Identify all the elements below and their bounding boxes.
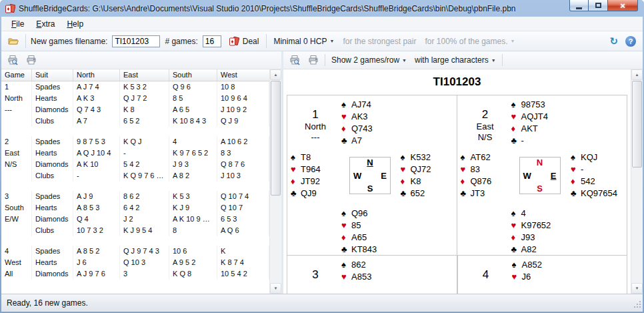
print-preview-button[interactable] — [287, 53, 302, 67]
column-header-south[interactable]: South — [169, 69, 217, 81]
print-button[interactable] — [24, 53, 39, 67]
refresh-button[interactable]: ↻ — [609, 36, 618, 46]
filename-input[interactable] — [112, 35, 160, 47]
menu-extra[interactable]: Extra — [30, 18, 61, 30]
table-cell: East — [1, 147, 32, 159]
scrollbar-track[interactable] — [270, 80, 281, 283]
scrollbar-thumb[interactable] — [271, 81, 281, 196]
column-header-suit[interactable]: Suit — [32, 69, 73, 81]
east-hand: ♠KQJ ♥- ♦542 ♣KQ97654 — [571, 151, 627, 200]
heart-suit-icon: ♥ — [341, 111, 351, 123]
table-cell: K 8 7 4 — [217, 257, 269, 268]
diamond-cards: A65 — [351, 232, 367, 242]
table-scrollbar[interactable]: ▲ ▼ — [269, 69, 281, 294]
table-row[interactable]: E/WDiamondsQ 4J 2A K 10 9 …6 5 3 — [1, 214, 269, 225]
table-row[interactable]: Clubs10 7 3 2K J 9 5 48A Q 6 — [1, 225, 269, 236]
table-cell: A 9 5 2 — [169, 257, 217, 268]
large-characters-dropdown[interactable]: with large characters ▼ — [413, 53, 498, 67]
table-row[interactable]: ---DiamondsQ 7 4 3K 8A 6 5J 10 9 2 — [1, 104, 269, 115]
table-row[interactable]: N/SDiamondsA K 105 4 2J 9 3Q 8 7 6 — [1, 159, 269, 170]
column-header-game[interactable]: Game — [1, 69, 32, 81]
table-cell: West — [1, 257, 32, 268]
menu-bar: File Extra Help — [1, 17, 643, 31]
diamond-cards: Q876 — [471, 176, 492, 186]
compass-south: S — [367, 184, 373, 194]
column-header-west[interactable]: West — [217, 69, 269, 81]
table-cell: Hearts — [32, 202, 73, 214]
scroll-down-icon[interactable]: ▼ — [270, 283, 281, 294]
table-row[interactable]: 4SpadesA 8 5 2Q J 9 7 4 310 6K — [1, 246, 269, 257]
help-button[interactable]: ? — [625, 36, 636, 47]
print-button[interactable] — [306, 53, 321, 67]
games-count-input[interactable] — [203, 35, 221, 47]
scroll-up-icon[interactable]: ▲ — [631, 69, 643, 80]
north-hand: ♠98753 ♥AQJT4 ♦AKT ♣- — [511, 97, 571, 149]
minimize-button[interactable] — [569, 0, 589, 11]
column-header-north[interactable]: North — [73, 69, 120, 81]
print-preview-button[interactable] — [5, 53, 20, 67]
open-file-button[interactable] — [6, 35, 21, 48]
table-cell: 9 8 7 5 3 — [73, 136, 120, 147]
table-cell: A J 9 — [73, 191, 120, 202]
table-row[interactable]: 1SpadesA J 7 4K 5 3 2Q 9 610 8 — [1, 81, 269, 93]
window-title: ShuffleBridgeCards: G:\Users\Andre\Docum… — [19, 4, 516, 13]
table-cell: Clubs — [32, 115, 73, 127]
close-button[interactable]: × — [608, 0, 638, 11]
diamond-cards: 542 — [581, 176, 595, 186]
table-cell: J 9 3 — [169, 159, 217, 170]
menu-file[interactable]: File — [5, 18, 30, 30]
scrollbar-thumb[interactable] — [632, 81, 642, 168]
deal-cards-icon — [229, 36, 239, 47]
table-cell: Q 10 7 4 — [217, 191, 269, 202]
menu-help[interactable]: Help — [61, 18, 89, 30]
spade-suit-icon: ♠ — [341, 208, 351, 220]
min-hcp-dropdown[interactable]: Minimal 0 HCP ▼ — [271, 35, 336, 48]
table-cell: 10 7 3 2 — [73, 225, 120, 236]
table-row[interactable]: AllDiamondsA J 9 7 63K Q 810 5 4 2 — [1, 268, 269, 280]
spade-cards: Q96 — [351, 208, 368, 218]
percent-dropdown-label: for 100% of the games. — [425, 37, 507, 46]
column-header-east[interactable]: East — [120, 69, 169, 81]
deals-table-panel: Game Suit North East South West 1SpadesA… — [1, 51, 281, 294]
table-cell — [1, 225, 32, 236]
heart-cards: K97652 — [521, 220, 551, 230]
table-row[interactable]: Clubs-K Q 9 7 6 …A 8 2J 10 3 — [1, 170, 269, 182]
club-suit-icon: ♣ — [341, 135, 351, 147]
diamond-cards: JT92 — [301, 176, 320, 186]
compass: N W E S — [519, 157, 561, 194]
table-cell — [1, 170, 32, 182]
table-row[interactable]: NorthHeartsA K 3Q J 7 28 510 9 6 4 — [1, 93, 269, 104]
spade-cards: 98753 — [521, 99, 545, 109]
toolbar-separator — [502, 54, 503, 66]
heart-suit-icon: ♥ — [571, 164, 581, 176]
game-info: 4 — [460, 257, 512, 294]
right-panel-toolbar: Show 2 games/row ▼ with large characters… — [283, 51, 643, 69]
left-panel-toolbar — [1, 51, 281, 69]
print-preview-icon — [7, 55, 18, 65]
scroll-up-icon[interactable]: ▲ — [270, 69, 281, 80]
table-cell: E/W — [1, 214, 32, 225]
scroll-down-icon[interactable]: ▼ — [631, 283, 643, 294]
chevron-down-icon: ▼ — [511, 39, 515, 43]
table-row[interactable]: 3SpadesA J 98 6 2K 5 3Q 10 7 4 — [1, 191, 269, 202]
deal-button[interactable]: Deal — [226, 34, 262, 49]
table-cell: Q J 9 7 4 3 — [120, 246, 169, 257]
games-per-row-dropdown[interactable]: Show 2 games/row ▼ — [329, 53, 409, 67]
scrollbar-track[interactable] — [631, 80, 643, 283]
chevron-down-icon: ▼ — [402, 58, 407, 63]
app-window: ShuffleBridgeCards: G:\Users\Andre\Docum… — [0, 0, 644, 313]
table-row[interactable]: SouthHeartsA 8 5 36 4 2K J 9Q 10 7 — [1, 202, 269, 214]
table-cell: 10 6 — [169, 246, 217, 257]
table-row[interactable]: EastHeartsA Q J 10 4-K 9 7 6 5 28 3 — [1, 147, 269, 159]
status-bar: Ready, 16 new games. — [1, 294, 643, 312]
resize-grip[interactable] — [633, 300, 641, 310]
club-suit-icon: ♣ — [511, 244, 521, 254]
diamond-suit-icon: ♦ — [341, 123, 351, 135]
maximize-button[interactable] — [589, 0, 608, 11]
table-row[interactable]: WestHeartsJ 6Q 10 3A 9 5 2K 8 7 4 — [1, 257, 269, 268]
table-row[interactable]: 2Spades9 8 7 5 3K Q J4A 10 6 2 — [1, 136, 269, 147]
heart-cards: QJ72 — [411, 164, 431, 174]
table-row[interactable]: ClubsA 76 5 2K 10 8 4 3Q J 9 — [1, 115, 269, 127]
open-folder-icon — [8, 36, 19, 47]
preview-scrollbar[interactable]: ▲ ▼ — [631, 69, 643, 294]
